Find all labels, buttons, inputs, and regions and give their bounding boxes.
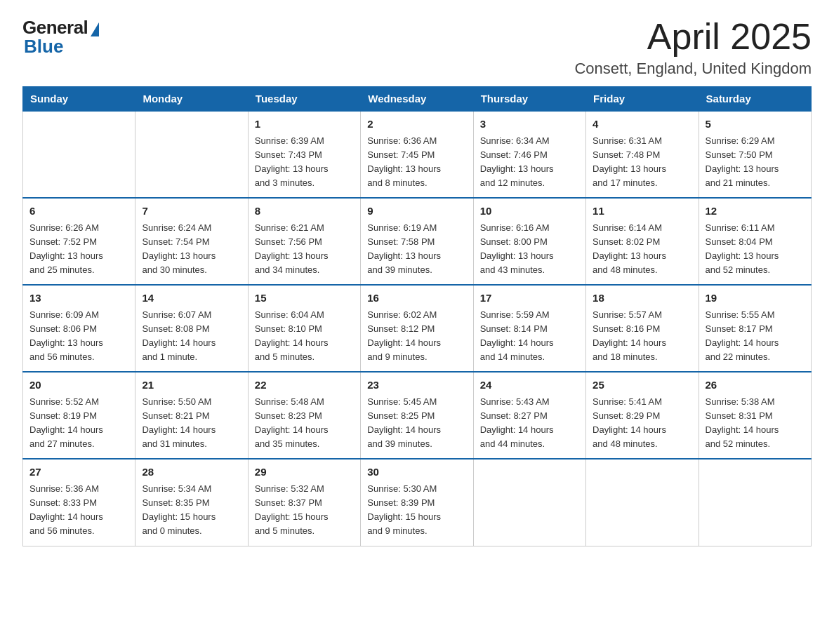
calendar-header-tuesday: Tuesday (248, 87, 360, 112)
calendar-cell: 19Sunrise: 5:55 AM Sunset: 8:17 PM Dayli… (699, 285, 811, 372)
calendar-cell: 26Sunrise: 5:38 AM Sunset: 8:31 PM Dayli… (699, 372, 811, 459)
day-info: Sunrise: 5:48 AM Sunset: 8:23 PM Dayligh… (255, 395, 354, 452)
title-block: April 2025 Consett, England, United King… (574, 17, 812, 78)
day-info: Sunrise: 6:07 AM Sunset: 8:08 PM Dayligh… (142, 308, 241, 365)
calendar-cell: 1Sunrise: 6:39 AM Sunset: 7:43 PM Daylig… (248, 111, 360, 198)
calendar-cell: 9Sunrise: 6:19 AM Sunset: 7:58 PM Daylig… (361, 198, 473, 285)
calendar-cell: 3Sunrise: 6:34 AM Sunset: 7:46 PM Daylig… (473, 111, 585, 198)
day-info: Sunrise: 6:24 AM Sunset: 7:54 PM Dayligh… (142, 221, 241, 278)
calendar-cell: 13Sunrise: 6:09 AM Sunset: 8:06 PM Dayli… (23, 285, 135, 372)
day-number: 2 (367, 116, 466, 133)
calendar-cell: 29Sunrise: 5:32 AM Sunset: 8:37 PM Dayli… (248, 459, 360, 546)
calendar-week-row: 20Sunrise: 5:52 AM Sunset: 8:19 PM Dayli… (23, 372, 812, 459)
day-info: Sunrise: 6:36 AM Sunset: 7:45 PM Dayligh… (367, 134, 466, 191)
calendar-cell: 12Sunrise: 6:11 AM Sunset: 8:04 PM Dayli… (699, 198, 811, 285)
calendar-header-wednesday: Wednesday (361, 87, 473, 112)
calendar-cell: 6Sunrise: 6:26 AM Sunset: 7:52 PM Daylig… (23, 198, 135, 285)
day-number: 12 (706, 203, 805, 220)
day-number: 18 (593, 290, 691, 307)
calendar-cell: 28Sunrise: 5:34 AM Sunset: 8:35 PM Dayli… (135, 459, 248, 546)
day-info: Sunrise: 6:16 AM Sunset: 8:00 PM Dayligh… (480, 221, 579, 278)
day-number: 6 (29, 203, 128, 220)
day-number: 10 (480, 203, 579, 220)
day-number: 21 (142, 377, 241, 394)
calendar-cell (473, 459, 585, 546)
calendar-week-row: 13Sunrise: 6:09 AM Sunset: 8:06 PM Dayli… (23, 285, 812, 372)
subtitle: Consett, England, United Kingdom (574, 60, 812, 78)
calendar-cell: 11Sunrise: 6:14 AM Sunset: 8:02 PM Dayli… (586, 198, 699, 285)
day-number: 29 (255, 464, 354, 481)
calendar-cell: 30Sunrise: 5:30 AM Sunset: 8:39 PM Dayli… (361, 459, 473, 546)
calendar-week-row: 1Sunrise: 6:39 AM Sunset: 7:43 PM Daylig… (23, 111, 812, 198)
day-number: 11 (593, 203, 691, 220)
calendar-cell (23, 111, 135, 198)
day-number: 7 (142, 203, 241, 220)
day-number: 26 (706, 377, 805, 394)
calendar-cell: 17Sunrise: 5:59 AM Sunset: 8:14 PM Dayli… (473, 285, 585, 372)
day-info: Sunrise: 6:14 AM Sunset: 8:02 PM Dayligh… (593, 221, 691, 278)
day-number: 5 (706, 116, 805, 133)
logo: General Blue (22, 17, 99, 58)
day-number: 9 (367, 203, 466, 220)
calendar-cell: 25Sunrise: 5:41 AM Sunset: 8:29 PM Dayli… (586, 372, 699, 459)
day-info: Sunrise: 5:36 AM Sunset: 8:33 PM Dayligh… (29, 482, 128, 539)
day-number: 28 (142, 464, 241, 481)
calendar-cell: 23Sunrise: 5:45 AM Sunset: 8:25 PM Dayli… (361, 372, 473, 459)
calendar-cell: 16Sunrise: 6:02 AM Sunset: 8:12 PM Dayli… (361, 285, 473, 372)
day-number: 30 (367, 464, 466, 481)
calendar-cell (586, 459, 699, 546)
calendar-cell: 21Sunrise: 5:50 AM Sunset: 8:21 PM Dayli… (135, 372, 248, 459)
calendar-cell: 2Sunrise: 6:36 AM Sunset: 7:45 PM Daylig… (361, 111, 473, 198)
calendar-cell: 24Sunrise: 5:43 AM Sunset: 8:27 PM Dayli… (473, 372, 585, 459)
day-number: 22 (255, 377, 354, 394)
day-info: Sunrise: 6:19 AM Sunset: 7:58 PM Dayligh… (367, 221, 466, 278)
day-number: 3 (480, 116, 579, 133)
calendar-header-row: SundayMondayTuesdayWednesdayThursdayFrid… (23, 87, 812, 112)
calendar-cell: 27Sunrise: 5:36 AM Sunset: 8:33 PM Dayli… (23, 459, 135, 546)
day-info: Sunrise: 6:39 AM Sunset: 7:43 PM Dayligh… (255, 134, 354, 191)
logo-blue-text: Blue (24, 36, 63, 58)
day-info: Sunrise: 5:55 AM Sunset: 8:17 PM Dayligh… (706, 308, 805, 365)
day-info: Sunrise: 5:41 AM Sunset: 8:29 PM Dayligh… (593, 395, 691, 452)
day-number: 8 (255, 203, 354, 220)
calendar-cell (699, 459, 811, 546)
calendar-header-thursday: Thursday (473, 87, 585, 112)
day-info: Sunrise: 5:43 AM Sunset: 8:27 PM Dayligh… (480, 395, 579, 452)
day-info: Sunrise: 6:29 AM Sunset: 7:50 PM Dayligh… (706, 134, 805, 191)
day-info: Sunrise: 6:34 AM Sunset: 7:46 PM Dayligh… (480, 134, 579, 191)
calendar-cell: 7Sunrise: 6:24 AM Sunset: 7:54 PM Daylig… (135, 198, 248, 285)
page-header: General Blue April 2025 Consett, England… (22, 17, 812, 78)
day-info: Sunrise: 5:59 AM Sunset: 8:14 PM Dayligh… (480, 308, 579, 365)
day-number: 20 (29, 377, 128, 394)
day-info: Sunrise: 5:50 AM Sunset: 8:21 PM Dayligh… (142, 395, 241, 452)
day-info: Sunrise: 6:21 AM Sunset: 7:56 PM Dayligh… (255, 221, 354, 278)
day-info: Sunrise: 6:04 AM Sunset: 8:10 PM Dayligh… (255, 308, 354, 365)
calendar-cell: 15Sunrise: 6:04 AM Sunset: 8:10 PM Dayli… (248, 285, 360, 372)
day-number: 14 (142, 290, 241, 307)
calendar-cell: 22Sunrise: 5:48 AM Sunset: 8:23 PM Dayli… (248, 372, 360, 459)
calendar-table: SundayMondayTuesdayWednesdayThursdayFrid… (22, 86, 812, 546)
day-info: Sunrise: 6:02 AM Sunset: 8:12 PM Dayligh… (367, 308, 466, 365)
calendar-week-row: 6Sunrise: 6:26 AM Sunset: 7:52 PM Daylig… (23, 198, 812, 285)
calendar-cell: 18Sunrise: 5:57 AM Sunset: 8:16 PM Dayli… (586, 285, 699, 372)
day-info: Sunrise: 6:09 AM Sunset: 8:06 PM Dayligh… (29, 308, 128, 365)
calendar-cell: 20Sunrise: 5:52 AM Sunset: 8:19 PM Dayli… (23, 372, 135, 459)
day-info: Sunrise: 5:57 AM Sunset: 8:16 PM Dayligh… (593, 308, 691, 365)
calendar-header-friday: Friday (586, 87, 699, 112)
day-info: Sunrise: 5:32 AM Sunset: 8:37 PM Dayligh… (255, 482, 354, 539)
day-number: 4 (593, 116, 691, 133)
day-info: Sunrise: 5:30 AM Sunset: 8:39 PM Dayligh… (367, 482, 466, 539)
calendar-header-saturday: Saturday (699, 87, 811, 112)
calendar-header-monday: Monday (135, 87, 248, 112)
day-number: 19 (706, 290, 805, 307)
main-title: April 2025 (574, 17, 812, 57)
calendar-cell: 14Sunrise: 6:07 AM Sunset: 8:08 PM Dayli… (135, 285, 248, 372)
day-info: Sunrise: 6:26 AM Sunset: 7:52 PM Dayligh… (29, 221, 128, 278)
calendar-cell (135, 111, 248, 198)
logo-triangle-icon (91, 22, 99, 36)
calendar-cell: 4Sunrise: 6:31 AM Sunset: 7:48 PM Daylig… (586, 111, 699, 198)
day-number: 13 (29, 290, 128, 307)
day-info: Sunrise: 5:38 AM Sunset: 8:31 PM Dayligh… (706, 395, 805, 452)
calendar-cell: 8Sunrise: 6:21 AM Sunset: 7:56 PM Daylig… (248, 198, 360, 285)
day-info: Sunrise: 5:52 AM Sunset: 8:19 PM Dayligh… (29, 395, 128, 452)
